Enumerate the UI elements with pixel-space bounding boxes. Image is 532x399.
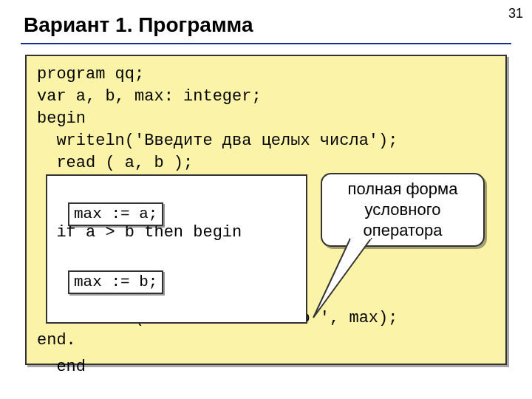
callout-bubble: полная форма условного оператора	[321, 173, 485, 247]
code-line: program qq;	[37, 64, 495, 86]
callout-line: полная форма	[332, 179, 473, 200]
code-line: begin	[37, 108, 495, 130]
code-line: writeln('Введите два целых числа');	[37, 130, 495, 152]
slide-title: Вариант 1. Программа	[0, 0, 532, 43]
callout-line: условного	[332, 200, 473, 220]
highlight-max-b: max := b;	[68, 270, 163, 294]
tail-join-patch	[350, 236, 371, 239]
code-block: program qq; var a, b, max: integer; begi…	[25, 55, 507, 365]
page-number: 31	[508, 6, 523, 21]
svg-marker-0	[313, 239, 371, 318]
code-line: read ( a, b );	[37, 152, 495, 174]
code-line: var a, b, max: integer;	[37, 86, 495, 108]
highlight-max-a: max := a;	[68, 202, 163, 226]
callout-tail-icon	[307, 236, 374, 325]
title-underline	[21, 43, 511, 44]
